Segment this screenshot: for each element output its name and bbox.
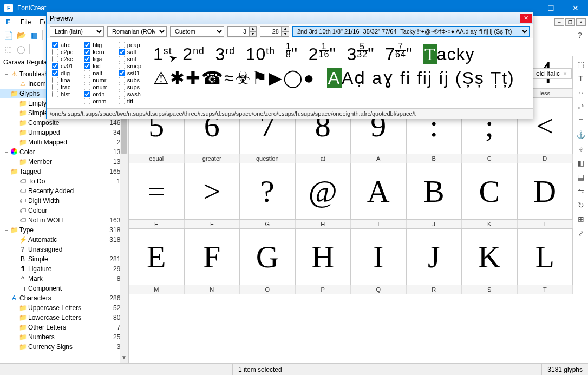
checkbox-titl[interactable]: [119, 98, 125, 104]
feature-check-swsh[interactable]: swsh: [119, 91, 141, 97]
checkbox-smcp[interactable]: [119, 63, 125, 69]
tree-row-tagged[interactable]: −📁Tagged1651: [0, 167, 128, 176]
maximize-button[interactable]: ☐: [538, 0, 563, 16]
script-select[interactable]: Latin (latn): [50, 26, 104, 37]
expander-icon[interactable]: −: [3, 149, 10, 155]
glyph-cell[interactable]: =: [129, 163, 185, 220]
preview-close-button[interactable]: ✕: [520, 14, 532, 23]
checkbox-ordn[interactable]: [84, 91, 90, 97]
checkbox-onum[interactable]: [84, 84, 90, 90]
sample-text-combo[interactable]: 2nd 3rd 10th 1/8" 21/16" 35/32" 77/64" T…: [292, 26, 530, 37]
feature-check-titl[interactable]: titl: [119, 98, 141, 104]
checkbox-liga[interactable]: [84, 56, 90, 62]
feature-check-onum[interactable]: onum: [84, 84, 108, 90]
glyph-cell[interactable]: >: [185, 163, 240, 220]
feature-check-sups[interactable]: sups: [119, 84, 141, 90]
tree-row-component[interactable]: ◻Component0: [0, 284, 128, 293]
spin-down-icon[interactable]: ▼: [282, 31, 289, 37]
checkbox-swsh[interactable]: [119, 91, 125, 97]
feature-check-sinf[interactable]: sinf: [119, 56, 141, 62]
checkbox-kern[interactable]: [84, 49, 90, 55]
tree-row-ligature[interactable]: fiLigature290: [0, 264, 128, 274]
feature-check-smcp[interactable]: smcp: [119, 63, 141, 69]
spin-up-icon[interactable]: ▲: [249, 26, 257, 31]
glyph-cell[interactable]: K: [462, 229, 518, 285]
tree-row-member[interactable]: 📁Member130: [0, 157, 128, 167]
tool-kern-icon[interactable]: ⇄: [575, 101, 587, 113]
feature-check-ornm[interactable]: ornm: [84, 98, 108, 104]
tree-row-composite[interactable]: 📁Composite1464: [0, 118, 128, 128]
feature-check-locl[interactable]: locl: [84, 63, 108, 69]
tool-color-icon[interactable]: ◧: [575, 157, 587, 169]
glyph-cell[interactable]: A: [351, 163, 407, 220]
tree-row-simple[interactable]: BSimple2810: [0, 254, 128, 264]
checkbox-sinf[interactable]: [119, 56, 125, 62]
mdi-restore-button[interactable]: ❐: [565, 18, 575, 26]
expander-icon[interactable]: −: [3, 71, 10, 77]
tree-row-uppercase-letters[interactable]: 📁Uppercase Letters524: [0, 303, 128, 313]
checkbox-frac[interactable]: [52, 84, 58, 90]
checkbox-afrc[interactable]: [52, 42, 58, 48]
tool-metrics-icon[interactable]: ↔: [575, 87, 587, 98]
tool-link-icon[interactable]: ⟐: [575, 143, 587, 155]
glyph-cell[interactable]: H: [296, 229, 351, 285]
feature-check-kern[interactable]: kern: [84, 49, 108, 55]
glyph-cell[interactable]: L: [518, 229, 573, 285]
tool-glyph-icon[interactable]: T: [575, 73, 587, 84]
columns-input[interactable]: [227, 26, 249, 37]
checkbox-hlig[interactable]: [84, 42, 90, 48]
expander-icon[interactable]: −: [3, 227, 10, 233]
tree-row-mark[interactable]: ^Mark81: [0, 274, 128, 284]
table-icon[interactable]: ▦: [28, 29, 40, 41]
checkbox-sups[interactable]: [119, 84, 125, 90]
feature-check-hlig[interactable]: hlig: [84, 42, 108, 48]
checkbox-pcap[interactable]: [119, 42, 125, 48]
feature-check-ss01[interactable]: ss01: [119, 70, 141, 76]
mdi-close-button[interactable]: ×: [576, 18, 586, 26]
close-button[interactable]: ✕: [563, 0, 588, 16]
tool-align-icon[interactable]: ⊞: [575, 213, 587, 225]
feature-check-pcap[interactable]: pcap: [119, 42, 141, 48]
tree-row-other-letters[interactable]: 📁Other Letters74: [0, 323, 128, 332]
checkbox-numr[interactable]: [84, 77, 90, 83]
tool-fit-icon[interactable]: ⤢: [575, 227, 587, 239]
mdi-minimize-button[interactable]: –: [554, 18, 564, 26]
checkbox-nalt[interactable]: [84, 70, 90, 76]
feature-check-subs[interactable]: subs: [119, 77, 141, 83]
glyph-cell[interactable]: B: [407, 163, 462, 220]
feature-check-c2sc[interactable]: c2sc: [52, 56, 73, 62]
select-lasso-icon[interactable]: ◯: [15, 43, 27, 55]
tool-pointer-icon[interactable]: ⬚: [575, 58, 587, 70]
glyph-cell[interactable]: @: [296, 163, 351, 220]
select-rect-icon[interactable]: ⬚: [2, 43, 14, 55]
size-input[interactable]: [260, 26, 282, 37]
checkbox-ornm[interactable]: [84, 98, 90, 104]
checkbox-fina[interactable]: [52, 77, 58, 83]
tree-row-unassigned[interactable]: ?Unassigned0: [0, 245, 128, 254]
glyph-cell[interactable]: F: [185, 229, 240, 285]
tree-row-not-in-woff[interactable]: 🏷Not in WOFF1630: [0, 215, 128, 225]
tree-row-numbers[interactable]: 📁Numbers251: [0, 332, 128, 342]
open-icon[interactable]: 📂: [15, 29, 27, 41]
feature-check-liga[interactable]: liga: [84, 56, 108, 62]
checkbox-c2pc[interactable]: [52, 49, 58, 55]
tool-layers-icon[interactable]: ▤: [575, 171, 587, 183]
help-icon[interactable]: ?: [574, 29, 586, 41]
spin-up-icon[interactable]: ▲: [282, 26, 289, 31]
glyph-cell[interactable]: ?: [240, 163, 296, 220]
feature-check-c2pc[interactable]: c2pc: [52, 49, 73, 55]
tab-close-icon[interactable]: ×: [563, 70, 567, 77]
feature-check-frac[interactable]: frac: [52, 84, 73, 90]
tool-flip-icon[interactable]: ⇋: [575, 185, 587, 197]
checkbox-salt[interactable]: [119, 49, 125, 55]
feature-check-fina[interactable]: fina: [52, 77, 73, 83]
feature-select[interactable]: Custom: [170, 26, 224, 37]
feature-check-ordn[interactable]: ordn: [84, 91, 108, 97]
glyph-cell[interactable]: J: [407, 229, 462, 285]
checkbox-cv01[interactable]: [52, 63, 58, 69]
tree-row-color[interactable]: −Color130: [0, 147, 128, 157]
tree-row-type[interactable]: −📁Type3181: [0, 225, 128, 235]
tree-row-digit-width[interactable]: 🏷Digit Width0: [0, 196, 128, 206]
tool-rotate-icon[interactable]: ↻: [575, 199, 587, 211]
tool-guides-icon[interactable]: ≡: [575, 115, 587, 127]
